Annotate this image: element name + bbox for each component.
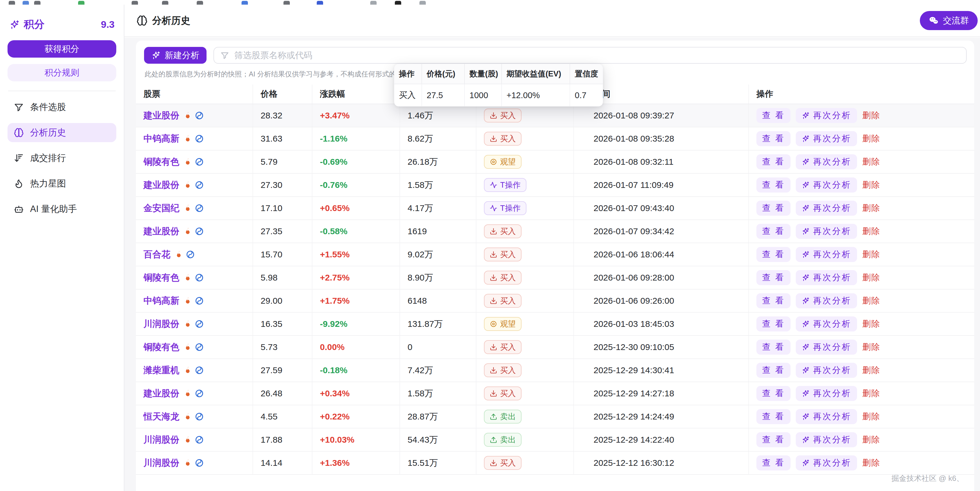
bookmark-favicon[interactable] — [242, 1, 248, 5]
stock-filter-searchbox[interactable] — [213, 47, 967, 64]
ring-logo-icon[interactable] — [195, 389, 204, 398]
ring-logo-icon[interactable] — [195, 181, 204, 189]
sidebar-item-funnel[interactable]: 条件选股 — [8, 97, 116, 117]
stock-name-link[interactable]: 中钨高新 — [143, 132, 179, 145]
delete-button[interactable]: 删除 — [862, 318, 880, 330]
view-button[interactable]: 查 看 — [756, 154, 791, 169]
stock-name-link[interactable]: 铜陵有色 — [143, 271, 179, 284]
stock-name-link[interactable]: 建业股份 — [143, 225, 179, 238]
delete-button[interactable]: 删除 — [862, 133, 880, 145]
stock-name-link[interactable]: 恒天海龙 — [143, 411, 179, 422]
bookmark-favicon[interactable] — [395, 1, 401, 5]
delete-button[interactable]: 删除 — [862, 110, 880, 121]
bookmark-favicon[interactable] — [162, 1, 169, 5]
view-button[interactable]: 查 看 — [756, 432, 791, 447]
flame-logo-icon[interactable] — [183, 273, 192, 282]
reanalyze-button[interactable]: 再次分析 — [796, 177, 857, 193]
ring-logo-icon[interactable] — [195, 158, 204, 166]
ring-logo-icon[interactable] — [195, 320, 204, 328]
flame-logo-icon[interactable] — [183, 412, 192, 421]
delete-button[interactable]: 删除 — [862, 411, 880, 422]
delete-button[interactable]: 删除 — [862, 341, 880, 353]
stock-name-link[interactable]: 中钨高新 — [143, 295, 179, 307]
flame-logo-icon[interactable] — [183, 343, 192, 351]
view-button[interactable]: 查 看 — [756, 224, 791, 239]
view-button[interactable]: 查 看 — [756, 131, 791, 146]
flame-logo-icon[interactable] — [183, 297, 192, 305]
view-button[interactable]: 查 看 — [756, 409, 791, 424]
flame-logo-icon[interactable] — [183, 366, 192, 375]
reanalyze-button[interactable]: 再次分析 — [796, 363, 857, 378]
delete-button[interactable]: 删除 — [862, 457, 880, 469]
ring-logo-icon[interactable] — [195, 412, 204, 421]
ring-logo-icon[interactable] — [195, 204, 204, 212]
delete-button[interactable]: 删除 — [862, 249, 880, 260]
bookmark-favicon[interactable] — [317, 1, 323, 5]
reanalyze-button[interactable]: 再次分析 — [796, 386, 857, 401]
reanalyze-button[interactable]: 再次分析 — [796, 247, 857, 262]
points-rules-button[interactable]: 积分规则 — [8, 64, 116, 81]
reanalyze-button[interactable]: 再次分析 — [796, 270, 857, 285]
bookmark-favicon[interactable] — [419, 1, 426, 5]
bookmark-favicon[interactable] — [132, 1, 138, 5]
view-button[interactable]: 查 看 — [756, 363, 791, 378]
stock-name-link[interactable]: 铜陵有色 — [143, 156, 179, 168]
view-button[interactable]: 查 看 — [756, 247, 791, 262]
flame-logo-icon[interactable] — [183, 320, 192, 328]
flame-logo-icon[interactable] — [183, 459, 192, 467]
bookmark-favicon[interactable] — [78, 1, 84, 5]
flame-logo-icon[interactable] — [183, 134, 192, 143]
stock-name-link[interactable]: 金安国纪 — [143, 202, 179, 214]
sidebar-item-brain[interactable]: 分析历史 — [8, 123, 116, 142]
sidebar-item-bot[interactable]: AI 量化助手 — [8, 199, 116, 218]
bookmark-favicon[interactable] — [370, 1, 377, 5]
chat-group-button[interactable]: 交流群 — [920, 11, 978, 30]
ring-logo-icon[interactable] — [195, 366, 204, 375]
earn-points-button[interactable]: 获得积分 — [8, 40, 116, 57]
sidebar-item-sort-desc[interactable]: 成交排行 — [8, 148, 116, 167]
flame-logo-icon[interactable] — [183, 227, 192, 236]
stock-name-link[interactable]: 建业股份 — [143, 387, 179, 400]
delete-button[interactable]: 删除 — [862, 387, 880, 399]
ring-logo-icon[interactable] — [195, 435, 204, 444]
bookmark-favicon[interactable] — [34, 1, 40, 5]
delete-button[interactable]: 删除 — [862, 179, 880, 191]
stock-name-link[interactable]: 川润股份 — [143, 318, 179, 330]
flame-logo-icon[interactable] — [174, 250, 183, 259]
flame-logo-icon[interactable] — [183, 158, 192, 166]
delete-button[interactable]: 删除 — [862, 365, 880, 376]
view-button[interactable]: 查 看 — [756, 316, 791, 332]
bookmark-favicon[interactable] — [283, 1, 290, 5]
flame-logo-icon[interactable] — [183, 389, 192, 398]
flame-logo-icon[interactable] — [183, 204, 192, 212]
reanalyze-button[interactable]: 再次分析 — [796, 108, 857, 123]
stock-name-link[interactable]: 建业股份 — [143, 179, 179, 191]
view-button[interactable]: 查 看 — [756, 177, 791, 193]
stock-name-link[interactable]: 铜陵有色 — [143, 341, 179, 353]
view-button[interactable]: 查 看 — [756, 386, 791, 401]
view-button[interactable]: 查 看 — [756, 340, 791, 355]
delete-button[interactable]: 删除 — [862, 226, 880, 237]
reanalyze-button[interactable]: 再次分析 — [796, 224, 857, 239]
bookmark-favicon[interactable] — [22, 1, 29, 5]
delete-button[interactable]: 删除 — [862, 434, 880, 446]
delete-button[interactable]: 删除 — [862, 156, 880, 167]
ring-logo-icon[interactable] — [195, 297, 204, 305]
bookmark-favicon[interactable] — [9, 1, 15, 5]
flame-logo-icon[interactable] — [183, 111, 192, 120]
ring-logo-icon[interactable] — [195, 343, 204, 351]
reanalyze-button[interactable]: 再次分析 — [796, 409, 857, 424]
delete-button[interactable]: 删除 — [862, 295, 880, 306]
sidebar-item-flame[interactable]: 热力星图 — [8, 174, 116, 193]
bookmark-favicon[interactable] — [197, 1, 203, 5]
ring-logo-icon[interactable] — [195, 227, 204, 236]
view-button[interactable]: 查 看 — [756, 293, 791, 308]
ring-logo-icon[interactable] — [186, 250, 195, 259]
reanalyze-button[interactable]: 再次分析 — [796, 432, 857, 447]
reanalyze-button[interactable]: 再次分析 — [796, 340, 857, 355]
stock-name-link[interactable]: 建业股份 — [143, 110, 179, 121]
view-button[interactable]: 查 看 — [756, 201, 791, 216]
stock-filter-input[interactable] — [234, 50, 960, 61]
ring-logo-icon[interactable] — [195, 273, 204, 282]
view-button[interactable]: 查 看 — [756, 108, 791, 123]
